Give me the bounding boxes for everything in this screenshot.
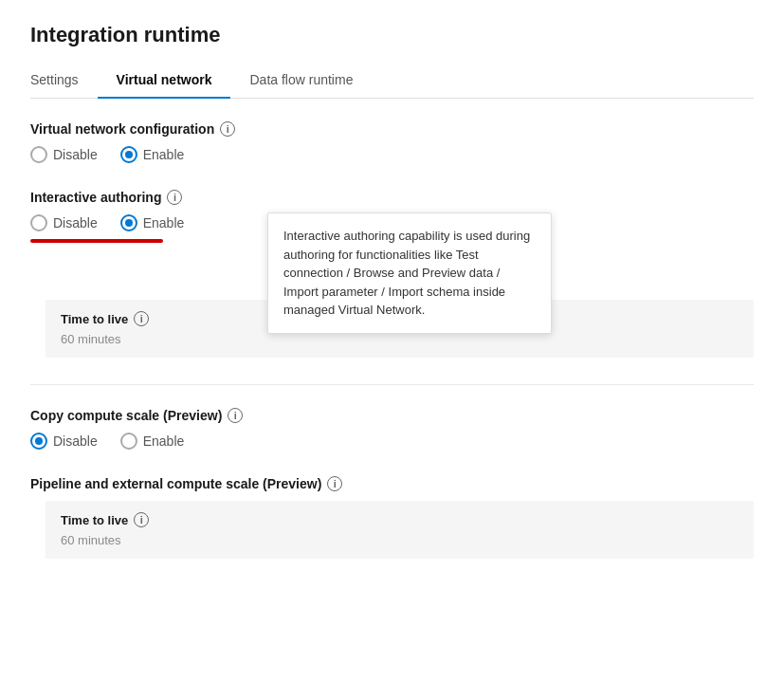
interactive-authoring-disable-label: Disable xyxy=(53,215,98,230)
virtual-network-config-enable-option[interactable]: Enable xyxy=(120,146,185,163)
copy-compute-scale-disable-radio[interactable] xyxy=(30,433,47,450)
interactive-authoring-enable-radio-inner xyxy=(125,219,133,227)
pipeline-external-compute-title: Pipeline and external compute scale (Pre… xyxy=(30,476,754,491)
copy-compute-scale-enable-label: Enable xyxy=(143,433,185,449)
time-to-live-interactive-info-icon[interactable]: i xyxy=(134,311,149,326)
virtual-network-config-radio-group: Disable Enable xyxy=(30,146,754,163)
copy-compute-scale-title: Copy compute scale (Preview) i xyxy=(30,408,754,423)
copy-compute-scale-enable-radio[interactable] xyxy=(120,433,137,450)
virtual-network-config-enable-radio[interactable] xyxy=(120,146,137,163)
interactive-authoring-section: Interactive authoring i Disable Enable I… xyxy=(30,190,754,243)
virtual-network-config-enable-label: Enable xyxy=(143,147,185,162)
copy-compute-scale-info-icon[interactable]: i xyxy=(228,408,243,423)
tabs-container: Settings Virtual network Data flow runti… xyxy=(30,63,754,99)
copy-compute-scale-disable-radio-inner xyxy=(35,437,43,445)
virtual-network-config-title: Virtual network configuration i xyxy=(30,121,754,137)
copy-compute-scale-disable-option[interactable]: Disable xyxy=(30,433,98,450)
virtual-network-config-info-icon[interactable]: i xyxy=(220,121,235,137)
pipeline-external-compute-info-icon[interactable]: i xyxy=(327,476,342,491)
time-to-live-pipeline-subsection: Time to live i 60 minutes xyxy=(30,501,754,559)
time-to-live-interactive-value: 60 minutes xyxy=(61,332,738,346)
virtual-network-config-disable-option[interactable]: Disable xyxy=(30,146,98,163)
tab-settings[interactable]: Settings xyxy=(30,63,98,99)
time-to-live-pipeline-box: Time to live i 60 minutes xyxy=(46,501,754,559)
interactive-authoring-enable-option[interactable]: Enable xyxy=(120,214,185,231)
virtual-network-config-section: Virtual network configuration i Disable … xyxy=(30,121,754,163)
time-to-live-pipeline-value: 60 minutes xyxy=(61,533,738,547)
interactive-authoring-enable-radio[interactable] xyxy=(120,214,137,231)
virtual-network-config-disable-label: Disable xyxy=(53,147,98,162)
page-title: Integration runtime xyxy=(30,23,754,47)
copy-compute-scale-enable-option[interactable]: Enable xyxy=(120,433,185,450)
time-to-live-pipeline-info-icon[interactable]: i xyxy=(134,512,149,527)
copy-compute-scale-disable-label: Disable xyxy=(53,433,98,449)
interactive-authoring-tooltip: Interactive authoring capability is used… xyxy=(267,212,552,334)
virtual-network-config-enable-radio-inner xyxy=(125,151,133,158)
tab-virtual-network[interactable]: Virtual network xyxy=(98,63,231,99)
pipeline-external-compute-section: Pipeline and external compute scale (Pre… xyxy=(30,476,754,559)
copy-compute-scale-section: Copy compute scale (Preview) i Disable E… xyxy=(30,408,754,450)
interactive-authoring-title: Interactive authoring i xyxy=(30,190,754,205)
time-to-live-pipeline-label: Time to live i xyxy=(61,512,738,527)
interactive-authoring-info-icon[interactable]: i xyxy=(167,190,182,205)
copy-compute-scale-radio-group: Disable Enable xyxy=(30,433,754,450)
interactive-authoring-progress-bar xyxy=(30,239,163,243)
interactive-authoring-enable-label: Enable xyxy=(143,215,185,230)
interactive-authoring-disable-option[interactable]: Disable xyxy=(30,214,98,231)
virtual-network-config-disable-radio[interactable] xyxy=(30,146,47,163)
tab-data-flow-runtime[interactable]: Data flow runtime xyxy=(230,63,372,99)
section-divider xyxy=(30,384,754,385)
interactive-authoring-disable-radio[interactable] xyxy=(30,214,47,231)
